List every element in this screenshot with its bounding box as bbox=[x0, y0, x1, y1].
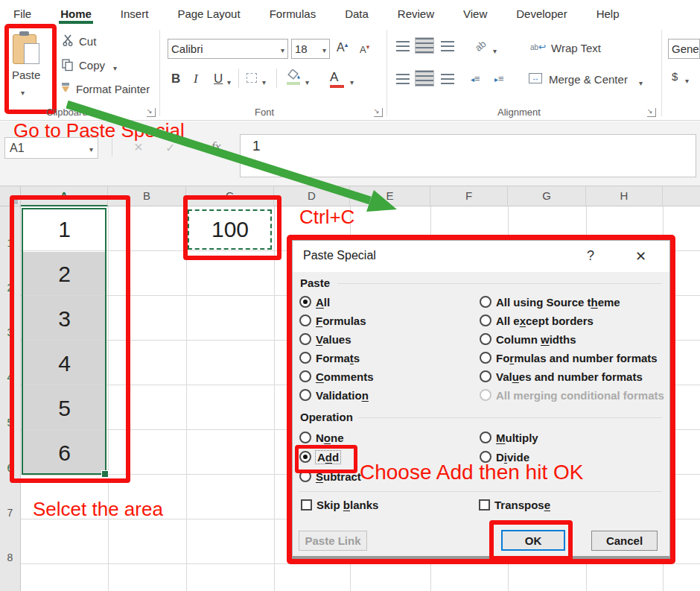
alignment-dialog-launcher-icon[interactable]: ↘ bbox=[647, 108, 656, 117]
annotation-choose-add: Choose Add then hit OK bbox=[360, 461, 583, 484]
tab-help[interactable]: Help bbox=[595, 3, 621, 24]
font-color-icon[interactable]: A bbox=[330, 70, 344, 88]
radio-paste-values-number-formats[interactable]: Values and number formats bbox=[480, 369, 643, 384]
cancel-button[interactable]: Cancel bbox=[591, 531, 658, 551]
tab-developer[interactable]: Developer bbox=[515, 3, 568, 24]
format-painter-button[interactable]: Format Painter bbox=[76, 83, 150, 95]
radio-label: None bbox=[316, 432, 344, 444]
checkbox-transpose[interactable]: Transpose bbox=[479, 497, 550, 512]
column-header-e[interactable]: E bbox=[350, 186, 430, 206]
checkbox-label: Transpose bbox=[494, 499, 550, 511]
enter-icon[interactable]: ✓ bbox=[165, 141, 175, 155]
radio-circle bbox=[299, 333, 311, 345]
radio-circle bbox=[480, 352, 491, 364]
clipboard-dialog-launcher-icon[interactable]: ↘ bbox=[147, 108, 156, 117]
decrease-font-icon[interactable]: A▾ bbox=[360, 43, 369, 55]
tab-formulas[interactable]: Formulas bbox=[268, 3, 318, 24]
radio-circle bbox=[299, 352, 311, 364]
radio-circle bbox=[480, 296, 491, 308]
radio-paste-comments[interactable]: Comments bbox=[299, 369, 374, 384]
orientation-chevron-icon[interactable] bbox=[493, 43, 497, 57]
help-icon[interactable]: ? bbox=[587, 248, 594, 264]
fill-color-chevron-icon[interactable] bbox=[305, 75, 309, 88]
font-size-combo[interactable]: 18 bbox=[291, 39, 330, 59]
wrap-text-button[interactable]: Wrap Text bbox=[551, 42, 601, 54]
merge-center-chevron-icon[interactable] bbox=[639, 75, 643, 89]
align-top-icon[interactable] bbox=[396, 41, 410, 51]
radio-operation-subtract[interactable]: Subtract bbox=[299, 469, 361, 484]
italic-button[interactable]: I bbox=[194, 72, 198, 86]
radio-label: Validation bbox=[316, 389, 369, 402]
tab-view[interactable]: View bbox=[462, 3, 489, 24]
radio-paste-formats[interactable]: Formats bbox=[299, 350, 360, 365]
cut-button[interactable]: Cut bbox=[79, 35, 96, 48]
font-size-chevron-icon bbox=[322, 42, 326, 55]
ribbon-tab-bar: File Home Insert Page Layout Formulas Da… bbox=[0, 0, 700, 27]
close-icon[interactable]: ✕ bbox=[635, 248, 646, 265]
insert-function-icon[interactable]: fx bbox=[211, 139, 220, 154]
borders-chevron-icon[interactable] bbox=[262, 75, 266, 88]
decrease-indent-icon[interactable]: ◂≡ bbox=[471, 72, 480, 85]
radio-circle bbox=[299, 451, 311, 463]
radio-paste-all[interactable]: All bbox=[299, 294, 330, 309]
currency-button[interactable]: $ bbox=[672, 70, 678, 83]
tab-insert[interactable]: Insert bbox=[119, 3, 150, 24]
checkbox-skip-blanks[interactable]: Skip blanks bbox=[301, 497, 378, 512]
align-bottom-icon[interactable] bbox=[441, 41, 454, 51]
tab-home[interactable]: Home bbox=[59, 3, 93, 24]
tab-review[interactable]: Review bbox=[396, 3, 436, 24]
scissors-icon bbox=[63, 34, 74, 47]
annotation-ctrl-c: Ctrl+C bbox=[299, 206, 354, 229]
selection-annotation-box bbox=[10, 195, 130, 483]
row-header-7[interactable]: 7 bbox=[0, 477, 21, 522]
radio-operation-add[interactable]: Add bbox=[299, 449, 340, 464]
radio-circle bbox=[299, 296, 311, 308]
font-name-combo[interactable]: Calibri bbox=[168, 39, 288, 59]
row-header-8[interactable]: 8 bbox=[0, 522, 21, 566]
column-header-f[interactable]: F bbox=[430, 186, 508, 206]
font-group-label: Font bbox=[255, 107, 274, 118]
column-header-partial bbox=[663, 186, 700, 206]
increase-indent-icon[interactable]: ▸≡ bbox=[494, 72, 504, 85]
section-rule bbox=[337, 283, 662, 284]
borders-icon[interactable] bbox=[246, 73, 257, 83]
checkbox-label: Skip blanks bbox=[316, 499, 378, 511]
underline-button[interactable]: U bbox=[214, 72, 223, 86]
font-dialog-launcher-icon[interactable]: ↘ bbox=[374, 108, 383, 117]
formula-input[interactable]: 1 bbox=[240, 134, 696, 177]
radio-paste-except-borders[interactable]: All except borders bbox=[480, 313, 594, 328]
currency-chevron-icon[interactable] bbox=[685, 73, 689, 86]
merge-center-button[interactable]: Merge & Center bbox=[549, 73, 628, 86]
column-header-h[interactable]: H bbox=[586, 186, 663, 206]
increase-font-icon[interactable]: A▴ bbox=[337, 41, 348, 54]
tab-data[interactable]: Data bbox=[343, 3, 370, 24]
copy-dropdown-chevron-icon[interactable] bbox=[113, 60, 117, 74]
tab-file[interactable]: File bbox=[12, 3, 33, 24]
radio-paste-column-widths[interactable]: Column widths bbox=[480, 332, 576, 347]
tab-page-layout[interactable]: Page Layout bbox=[176, 3, 241, 24]
section-rule bbox=[299, 491, 662, 492]
column-header-g[interactable]: G bbox=[508, 186, 586, 206]
radio-operation-none[interactable]: None bbox=[299, 430, 344, 445]
radio-paste-values[interactable]: Values bbox=[299, 332, 351, 347]
wrap-text-icon: ab↩ bbox=[530, 39, 546, 53]
align-middle-icon[interactable] bbox=[416, 38, 433, 53]
column-header-d[interactable]: D bbox=[274, 186, 350, 206]
radio-paste-formulas-number-formats[interactable]: Formulas and number formats bbox=[480, 350, 658, 365]
radio-circle bbox=[299, 315, 311, 326]
align-center-icon[interactable] bbox=[416, 71, 433, 86]
number-format-combo[interactable]: Gene bbox=[668, 39, 700, 59]
fill-color-icon[interactable] bbox=[287, 69, 302, 85]
bold-button[interactable]: B bbox=[171, 72, 180, 86]
align-left-icon[interactable] bbox=[396, 74, 410, 84]
radio-paste-source-theme[interactable]: All using Source theme bbox=[480, 294, 620, 309]
underline-chevron-icon[interactable] bbox=[227, 75, 231, 88]
font-color-chevron-icon[interactable] bbox=[350, 75, 354, 88]
ok-button[interactable]: OK bbox=[501, 530, 565, 551]
radio-paste-validation[interactable]: Validation bbox=[299, 388, 369, 402]
align-right-icon[interactable] bbox=[441, 74, 454, 84]
copy-button[interactable]: Copy bbox=[79, 59, 105, 72]
radio-paste-formulas[interactable]: Formulas bbox=[299, 313, 366, 328]
radio-label: Column widths bbox=[496, 333, 576, 346]
radio-operation-multiply[interactable]: Multiply bbox=[480, 430, 538, 445]
